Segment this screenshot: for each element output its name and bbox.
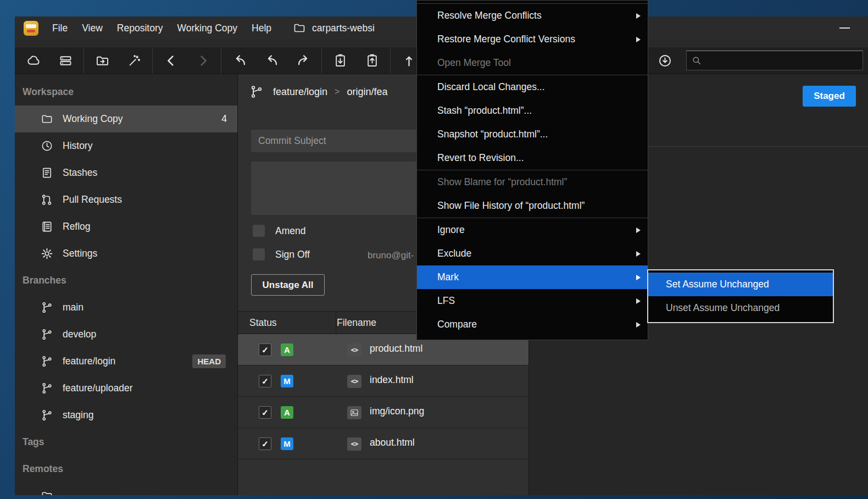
signoff-label: Sign Off (275, 249, 310, 260)
sidebar-item-stashes[interactable]: Stashes (15, 159, 237, 186)
toolbar-separator (221, 47, 221, 74)
sidebar-remote-item[interactable] (15, 483, 237, 495)
gear-icon (41, 247, 53, 260)
sidebar-branch-feature-uploader[interactable]: feature/uploader (15, 375, 237, 402)
submenu-arrow-icon (636, 322, 641, 328)
status-badge-modified: M (281, 375, 293, 387)
menu-item-mark[interactable]: Mark (417, 265, 648, 289)
sidebar-branch-staging[interactable]: staging (15, 402, 237, 429)
amend-checkbox[interactable] (253, 225, 265, 237)
menu-file[interactable]: File (45, 16, 75, 40)
menu-item-snapshot-product-html[interactable]: Snapshot “product.html”... (417, 123, 648, 146)
search-input[interactable] (706, 56, 858, 65)
status-badge-added: A (281, 343, 293, 356)
curved-arrow-left-icon (264, 53, 279, 68)
file-row-index-html[interactable]: ✓ M <> index.html (238, 365, 528, 397)
submenu-arrow-icon (636, 298, 641, 304)
back-button[interactable] (155, 48, 187, 73)
menu-item-exclude[interactable]: Exclude (417, 242, 648, 265)
clipboard-up-icon (365, 53, 380, 68)
branch-icon (41, 328, 53, 341)
minimize-button[interactable] (833, 16, 856, 40)
branch-label: develop (63, 329, 96, 340)
sidebar-header-remotes: Remotes (15, 456, 237, 483)
file-checkbox[interactable]: ✓ (259, 343, 271, 356)
menu-item-resolve-merge-conflicts[interactable]: Resolve Merge Conflicts (417, 4, 648, 27)
remote-button[interactable] (18, 48, 49, 73)
menu-item-set-assume-unchanged[interactable]: Set Assume Unchanged (648, 273, 833, 296)
repo-breadcrumb[interactable]: carparts-websi (293, 21, 375, 35)
menu-repository[interactable]: Repository (110, 16, 170, 40)
menu-item-show-file-history[interactable]: Show File History of “product.html” (417, 194, 648, 218)
discard-button[interactable] (224, 48, 255, 73)
staged-button[interactable]: Staged (803, 86, 856, 107)
menu-item-ignore[interactable]: Ignore (417, 218, 648, 242)
code-file-icon: <> (347, 343, 361, 357)
menu-item-compare[interactable]: Compare (417, 313, 648, 336)
clock-icon (41, 140, 53, 152)
branch-icon (41, 409, 53, 422)
open-repo-button[interactable] (86, 48, 118, 73)
menu-view[interactable]: View (75, 16, 110, 40)
sidebar-branch-develop[interactable]: develop (15, 321, 237, 348)
menu-item-restore-merge-conflict-versions[interactable]: Restore Merge Conflict Versions (417, 27, 648, 51)
menu-item-label: Ignore (437, 224, 465, 236)
arrow-up-icon (402, 53, 416, 68)
sidebar-item-working-copy[interactable]: Working Copy 4 (15, 106, 237, 132)
sidebar-header-workspace: Workspace (15, 79, 237, 106)
redo-button[interactable] (287, 48, 319, 73)
server-icon (58, 53, 73, 68)
hosting-button[interactable] (49, 48, 81, 73)
filename-label: index.html (370, 374, 414, 386)
stash-button[interactable] (324, 48, 356, 73)
menu-item-unset-assume-unchanged[interactable]: Unset Assume Unchanged (648, 296, 833, 320)
amend-label: Amend (275, 225, 305, 237)
download-button[interactable] (649, 48, 681, 73)
menu-item-label: Discard Local Changes... (437, 81, 545, 93)
minimize-icon (839, 27, 850, 29)
file-checkbox[interactable]: ✓ (259, 406, 271, 419)
unstage-all-button[interactable]: Unstage All (251, 274, 325, 296)
sidebar-header-branches: Branches (15, 267, 237, 294)
toolbar-separator (390, 47, 391, 74)
submenu-arrow-icon (636, 13, 641, 19)
branch-icon (41, 382, 53, 395)
menu-item-discard-local-changes[interactable]: Discard Local Changes... (417, 75, 648, 99)
clipboard-down-icon (333, 53, 348, 68)
toolbar-separator (84, 47, 84, 74)
undo-button[interactable] (255, 48, 287, 73)
menu-help[interactable]: Help (244, 16, 279, 40)
quick-actions-button[interactable] (118, 48, 150, 73)
mark-submenu: Set Assume Unchanged Unset Assume Unchan… (647, 269, 834, 323)
menu-item-revert-to-revision[interactable]: Revert to Revision... (417, 146, 648, 170)
download-circle-icon (658, 53, 672, 68)
signoff-checkbox[interactable] (253, 248, 265, 260)
breadcrumb-chevron: > (335, 87, 340, 97)
folder-icon (41, 113, 53, 125)
sidebar-item-reflog[interactable]: Reflog (15, 213, 237, 240)
unstash-button[interactable] (356, 48, 388, 73)
menu-item-show-blame: Show Blame for “product.html” (417, 170, 648, 194)
submenu-arrow-icon (636, 37, 641, 42)
file-row-about-html[interactable]: ✓ M <> about.html (238, 428, 528, 459)
menu-item-label: Show Blame for “product.html” (437, 176, 567, 188)
filename-label: product.html (370, 343, 422, 354)
menu-item-stash-product-html[interactable]: Stash “product.html”... (417, 99, 648, 123)
sidebar-branch-main[interactable]: main (15, 294, 237, 321)
sidebar-item-history[interactable]: History (15, 132, 237, 159)
folder-icon (293, 21, 306, 35)
file-row-img-icon-png[interactable]: ✓ A img/icon.png (238, 397, 528, 428)
menu-item-label: LFS (437, 295, 455, 307)
menu-item-lfs[interactable]: LFS (417, 289, 648, 313)
file-checkbox[interactable]: ✓ (259, 375, 271, 387)
sidebar-branch-feature-login[interactable]: feature/login HEAD (15, 348, 237, 375)
menu-working-copy[interactable]: Working Copy (170, 16, 244, 40)
sidebar-item-settings[interactable]: Settings (15, 240, 237, 267)
search-box[interactable] (686, 51, 863, 70)
code-file-icon: <> (347, 437, 361, 451)
menu-item-label: Restore Merge Conflict Versions (437, 34, 575, 45)
sidebar-item-label: History (63, 140, 92, 152)
forward-button[interactable] (187, 48, 219, 73)
file-checkbox[interactable]: ✓ (259, 437, 271, 450)
sidebar-item-pull-requests[interactable]: Pull Requests (15, 186, 237, 213)
